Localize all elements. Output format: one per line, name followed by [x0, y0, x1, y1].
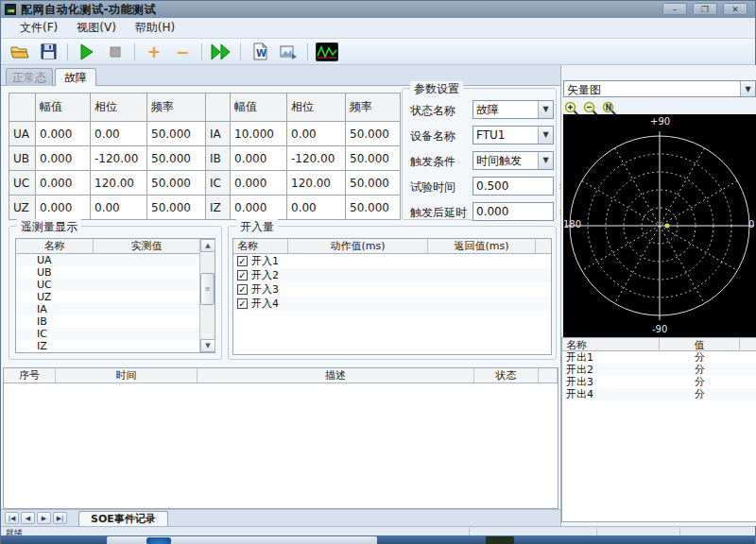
list-item[interactable]: ✓ 开入3: [233, 282, 551, 297]
test-time-input[interactable]: [472, 177, 554, 196]
amp-cell[interactable]: 10.000: [231, 122, 287, 146]
freq-cell[interactable]: 50.000: [147, 171, 206, 196]
trigger-delay-input[interactable]: [472, 202, 554, 221]
checkbox-checked[interactable]: ✓: [237, 256, 248, 266]
list-item[interactable]: IB: [16, 315, 200, 328]
value-header: 值: [660, 338, 740, 350]
list-item[interactable]: IZ: [16, 340, 200, 352]
phase-cell[interactable]: 120.00: [91, 171, 147, 196]
trigger-condition-select[interactable]: 时间触发 ▼: [472, 151, 554, 170]
amp-cell[interactable]: 0.000: [36, 171, 91, 196]
checkbox-checked[interactable]: ✓: [237, 270, 248, 280]
phase-header: 相位: [91, 94, 147, 122]
status-header[interactable]: 状态: [474, 368, 539, 382]
tab-fault-state[interactable]: 故障: [55, 68, 96, 87]
freq-cell[interactable]: 50.000: [346, 196, 401, 220]
no-header[interactable]: 序号: [4, 368, 56, 382]
waveform-button[interactable]: [316, 42, 338, 62]
add-button[interactable]: +: [143, 42, 165, 62]
list-item[interactable]: UZ: [16, 291, 200, 303]
phase-cell[interactable]: 0.00: [287, 196, 346, 220]
freq-cell[interactable]: 50.000: [346, 171, 401, 196]
table-row: IB 0.000 -120.00 50.000: [206, 146, 401, 171]
axis-label-right: 0: [748, 219, 754, 230]
freq-cell[interactable]: 50.000: [147, 196, 206, 220]
taskbar-button[interactable]: [107, 536, 377, 544]
table-row[interactable]: 开出4 分: [562, 388, 756, 400]
phase-cell[interactable]: 0.00: [287, 122, 346, 146]
vector-chart[interactable]: +90 -90 180 0: [563, 114, 756, 337]
status-bar: 就绪: [1, 526, 755, 536]
freq-cell[interactable]: 50.000: [346, 122, 401, 146]
open-button[interactable]: [9, 42, 31, 62]
checkbox-checked[interactable]: ✓: [237, 298, 248, 309]
phase-cell[interactable]: 0.00: [91, 196, 147, 220]
phase-cell[interactable]: -120.00: [287, 146, 346, 171]
maximize-button[interactable]: ❐: [693, 3, 717, 15]
menu-view[interactable]: 视图(V): [67, 18, 126, 38]
minus-icon: −: [176, 43, 189, 60]
scrollbar-thumb[interactable]: ≡: [200, 273, 215, 305]
checkbox-checked[interactable]: ✓: [237, 284, 248, 295]
word-report-button[interactable]: W: [249, 42, 271, 62]
freq-cell[interactable]: 50.000: [147, 146, 206, 171]
scroll-up-icon[interactable]: ▲: [200, 239, 215, 252]
time-header[interactable]: 时间: [56, 368, 198, 382]
first-tab-icon[interactable]: |◀: [5, 512, 19, 524]
taskbar-button[interactable]: [486, 536, 514, 544]
waveform-icon: [316, 42, 338, 61]
list-item[interactable]: IA: [16, 303, 200, 315]
view-mode-select[interactable]: 矢量图 ▼: [563, 80, 756, 97]
chevron-down-icon[interactable]: ▼: [538, 101, 553, 118]
telemetry-scrollbar[interactable]: ▲ ≡ ▼: [199, 239, 215, 352]
tab-normal-state[interactable]: 正常态: [6, 68, 53, 86]
title-bar: 配网自动化测试-功能测试 – ❐ ✕: [1, 1, 755, 18]
amp-cell[interactable]: 0.000: [231, 146, 287, 171]
export-image-button[interactable]: [277, 42, 300, 62]
fast-forward-button[interactable]: [210, 42, 232, 62]
scroll-down-icon[interactable]: ▼: [200, 339, 215, 352]
chevron-down-icon[interactable]: ▼: [538, 152, 553, 169]
amp-cell[interactable]: 0.000: [231, 171, 287, 196]
close-button[interactable]: ✕: [723, 3, 747, 15]
freq-cell[interactable]: 50.000: [147, 122, 206, 146]
list-item[interactable]: UB: [16, 266, 200, 279]
phase-cell[interactable]: -120.00: [91, 146, 147, 171]
stop-button[interactable]: [104, 42, 127, 62]
list-item[interactable]: ✓ 开入2: [233, 268, 551, 282]
amp-cell[interactable]: 0.000: [36, 146, 91, 171]
last-tab-icon[interactable]: ▶|: [53, 512, 67, 524]
menu-help[interactable]: 帮助(H): [126, 18, 184, 38]
tab-soe-event-log[interactable]: SOE事件记录: [78, 511, 168, 526]
amp-cell[interactable]: 0.000: [36, 122, 91, 146]
device-name-select[interactable]: FTU1 ▼: [472, 126, 554, 144]
list-item[interactable]: ✓ 开入1: [233, 254, 551, 268]
voltage-table: 幅值 相位 频率 UA 0.000 0.00 50.000 UB 0.000 -…: [9, 93, 206, 220]
phase-cell[interactable]: 0.00: [91, 122, 147, 146]
chevron-down-icon[interactable]: ▼: [538, 127, 553, 144]
chevron-down-icon[interactable]: ▼: [740, 81, 755, 96]
trigger-condition-label: 触发条件: [410, 154, 455, 170]
minimize-button[interactable]: –: [662, 3, 687, 15]
menu-file[interactable]: 文件(F): [10, 18, 67, 38]
prev-tab-icon[interactable]: ◀: [21, 512, 35, 524]
list-item[interactable]: UC: [16, 279, 200, 291]
save-button[interactable]: [37, 42, 60, 62]
stop-square-icon: [110, 46, 121, 58]
list-item[interactable]: ✓ 开入4: [233, 297, 551, 311]
group-title: 参数设置: [410, 81, 463, 97]
vector-panel: 矢量图 ▼ N: [560, 65, 756, 526]
amp-cell[interactable]: 0.000: [231, 196, 287, 220]
next-tab-icon[interactable]: ▶: [37, 512, 51, 524]
start-button[interactable]: [76, 42, 98, 62]
windows-taskbar[interactable]: [1, 536, 755, 544]
phase-cell[interactable]: 120.00: [287, 171, 346, 196]
freq-cell[interactable]: 50.000: [346, 146, 401, 171]
amp-cell[interactable]: 0.000: [36, 196, 91, 220]
list-item[interactable]: UA: [16, 254, 200, 266]
list-item[interactable]: IC: [16, 328, 200, 340]
state-name-select[interactable]: 故障 ▼: [472, 100, 554, 119]
svg-text:N: N: [606, 104, 612, 112]
desc-header[interactable]: 描述: [198, 368, 474, 382]
remove-button[interactable]: −: [171, 42, 194, 62]
